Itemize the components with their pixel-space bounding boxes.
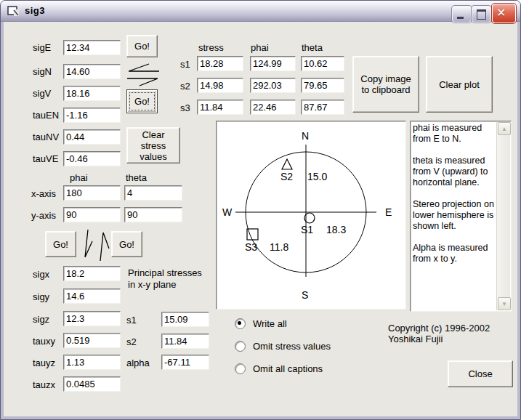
principal-plane-note: Principal stresses in x-y plane xyxy=(128,267,209,291)
s3-stress-input[interactable] xyxy=(197,100,243,115)
window-title: sig3 xyxy=(25,5,45,16)
sigE-label: sigE xyxy=(33,42,51,53)
compass-west-label: W xyxy=(222,206,233,218)
sigE-input[interactable] xyxy=(63,40,121,55)
s1-phai-input[interactable] xyxy=(250,56,296,71)
minimize-icon xyxy=(457,17,464,19)
s2-result-label: s2 xyxy=(126,336,137,347)
s2-marker-label: S2 xyxy=(280,171,293,182)
compass-north-label: N xyxy=(302,130,309,142)
table-header-theta: theta xyxy=(302,42,323,53)
maximize-icon xyxy=(477,9,486,20)
sigx-input[interactable] xyxy=(63,266,121,281)
clear-plot-button[interactable]: Clear plot xyxy=(426,56,493,113)
s1-result-input[interactable] xyxy=(161,312,209,327)
s3-marker-label: S3 xyxy=(245,241,257,253)
tauNV-input[interactable] xyxy=(63,129,121,145)
s2-row-label: s2 xyxy=(180,81,190,92)
x-axis-theta-input[interactable] xyxy=(124,185,182,201)
s2-marker-value: 15.0 xyxy=(307,171,327,182)
close-icon: ✕ xyxy=(496,6,506,20)
tauEN-label: tauEN xyxy=(33,110,59,121)
option-omit-all-captions[interactable]: Omit all captions xyxy=(235,363,323,374)
radio-write-all[interactable] xyxy=(235,318,246,329)
s2-result-input[interactable] xyxy=(161,334,209,349)
radio-omit-all-captions[interactable] xyxy=(235,363,246,374)
sigV-label: sigV xyxy=(33,88,51,99)
s2-stress-input[interactable] xyxy=(197,78,243,93)
sigN-label: sigN xyxy=(33,66,52,77)
go-axes-right-button[interactable]: Go! xyxy=(111,231,142,257)
radio-write-all-label: Write all xyxy=(253,318,287,329)
x-axis-phai-input[interactable] xyxy=(63,185,121,201)
option-omit-stress-values[interactable]: Omit stress values xyxy=(235,341,331,352)
tauyz-label: tauyz xyxy=(33,358,55,368)
table-header-stress: stress xyxy=(198,42,224,53)
s3-phai-input[interactable] xyxy=(250,100,296,115)
copyright-line2: Yoshikai Fujii xyxy=(388,334,490,344)
option-write-all[interactable]: Write all xyxy=(235,318,287,329)
compass-south-label: S xyxy=(302,289,308,301)
y-axis-phai-input[interactable] xyxy=(63,207,121,222)
sigz-input[interactable] xyxy=(63,311,121,326)
app-icon xyxy=(7,5,20,17)
go-axes-left-button[interactable]: Go! xyxy=(45,231,76,257)
s1-marker-value: 18.3 xyxy=(326,224,346,235)
go-stress-button[interactable]: Go! xyxy=(126,35,158,57)
radio-omit-stress-values[interactable] xyxy=(235,341,246,352)
maximize-button[interactable] xyxy=(472,6,491,23)
y-axis-theta-input[interactable] xyxy=(124,207,182,222)
scroll-up-button[interactable]: ▲ xyxy=(498,122,511,135)
tauNV-label: tauNV xyxy=(33,132,59,142)
tauVE-input[interactable] xyxy=(63,151,121,166)
s1-row-label: s1 xyxy=(180,59,190,70)
sigy-input[interactable] xyxy=(63,288,121,304)
close-window-button[interactable]: ✕ xyxy=(492,4,516,23)
axis-phai-header: phai xyxy=(70,172,88,183)
clear-stress-values-button[interactable]: Clear stress values xyxy=(126,127,180,163)
sigz-label: sigz xyxy=(33,314,49,325)
help-scrollbar[interactable]: ▲ ▼ xyxy=(496,122,510,310)
alpha-result-label: alpha xyxy=(126,358,150,368)
chevron-up-icon: ▲ xyxy=(501,126,507,132)
help-paragraph: Stereo projection on lower hemisphere is… xyxy=(413,199,496,232)
sigy-label: sigy xyxy=(33,291,49,302)
sigN-input[interactable] xyxy=(63,64,121,79)
tauzx-label: tauzx xyxy=(33,379,55,390)
x-axis-label: x-axis xyxy=(31,188,56,199)
copyright-text: Copyright (c) 1996-2002 Yoshikai Fujii xyxy=(388,323,490,344)
alpha-result-input[interactable] xyxy=(161,355,209,370)
minimize-button[interactable] xyxy=(452,6,472,23)
copy-image-button[interactable]: Copy image to clipboard xyxy=(352,56,419,113)
chevron-down-icon: ▼ xyxy=(501,301,507,307)
tauzx-input[interactable] xyxy=(63,376,121,392)
compass-east-label: E xyxy=(385,206,392,218)
tauxy-input[interactable] xyxy=(63,333,121,348)
s1-theta-input[interactable] xyxy=(301,56,344,71)
y-axis-label: y-axis xyxy=(31,210,56,221)
help-paragraph: phai is measured from E to N. xyxy=(413,123,496,145)
exchange-vertical-icon xyxy=(78,227,116,264)
s1-result-label: s1 xyxy=(126,315,137,326)
table-header-phai: phai xyxy=(251,42,269,53)
s2-phai-input[interactable] xyxy=(250,78,296,93)
sigx-label: sigx xyxy=(33,269,49,280)
help-paragraph: Alpha is measured from x to y. xyxy=(413,243,496,264)
scroll-down-button[interactable]: ▼ xyxy=(498,297,511,310)
radio-omit-all-captions-label: Omit all captions xyxy=(253,363,323,374)
help-textbox[interactable]: phai is measured from E to N. theta is m… xyxy=(410,121,512,312)
s1-stress-input[interactable] xyxy=(197,56,243,71)
s3-row-label: s3 xyxy=(180,102,190,113)
exchange-horizontal-icon xyxy=(125,61,161,88)
tauVE-label: tauVE xyxy=(33,153,58,164)
close-button[interactable]: Close xyxy=(448,360,513,387)
go-convert-button[interactable]: Go! xyxy=(126,89,158,113)
s2-theta-input[interactable] xyxy=(301,78,344,93)
help-paragraph: theta is measured from V (upward) to hor… xyxy=(413,156,496,188)
sigV-input[interactable] xyxy=(63,86,121,101)
tauyz-input[interactable] xyxy=(63,355,121,370)
radio-omit-stress-values-label: Omit stress values xyxy=(253,341,331,352)
s3-theta-input[interactable] xyxy=(301,100,344,115)
s1-marker-label: S1 xyxy=(301,224,313,235)
tauEN-input[interactable] xyxy=(63,108,121,123)
